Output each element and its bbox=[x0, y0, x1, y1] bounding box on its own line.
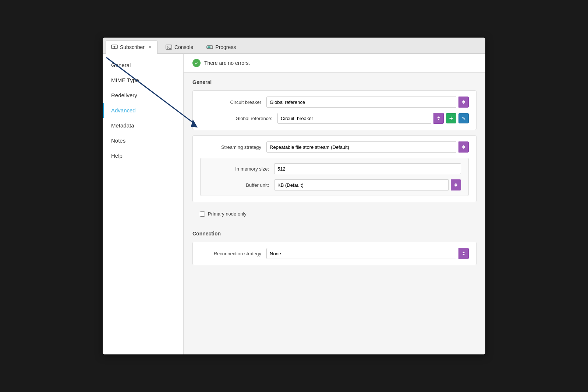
arrow-down-icon bbox=[462, 102, 465, 104]
sidebar-item-metadata[interactable]: Metadata bbox=[103, 118, 183, 133]
connection-section-title: Connection bbox=[192, 231, 477, 237]
reconnection-strategy-select-wrap: None Standard reconnection Forever recon… bbox=[266, 248, 456, 259]
buffer-unit-arrow-btn[interactable] bbox=[451, 179, 461, 190]
in-memory-size-control bbox=[274, 163, 461, 174]
main-layout: General MIME Type Redelivery Advanced Me… bbox=[103, 54, 485, 354]
reconnection-strategy-row: Reconnection strategy None Standard reco… bbox=[200, 248, 469, 259]
sidebar-item-general[interactable]: General bbox=[103, 57, 183, 73]
tab-progress[interactable]: Progress bbox=[201, 41, 241, 54]
console-icon bbox=[166, 45, 172, 50]
tab-close-button[interactable]: ✕ bbox=[148, 45, 152, 50]
general-form-area: Circuit breaker Global reference None bbox=[192, 90, 477, 130]
streaming-strategy-arrow-btn[interactable] bbox=[458, 141, 469, 153]
circuit-breaker-arrow-btn[interactable] bbox=[458, 97, 469, 108]
tab-console[interactable]: Console bbox=[160, 41, 198, 54]
streaming-strategy-select-wrap: Repeatable file store stream (Default) N… bbox=[266, 141, 456, 153]
general-section-title: General bbox=[192, 79, 477, 85]
arrow-up-icon bbox=[437, 116, 440, 118]
streaming-sub-section: In memory size: Buffer unit: KB (Default… bbox=[200, 158, 469, 196]
circuit-breaker-control: Global reference None bbox=[266, 97, 469, 108]
buffer-unit-select-wrap: KB (Default) MB GB Byte bbox=[274, 179, 449, 190]
connection-form-area: Reconnection strategy None Standard reco… bbox=[192, 242, 477, 265]
global-reference-select-wrap: Circuit_breaker bbox=[277, 113, 431, 124]
arrow-down-icon bbox=[462, 254, 465, 255]
success-icon: ✓ bbox=[192, 59, 201, 67]
edit-button[interactable]: ✎ bbox=[458, 113, 469, 123]
primary-node-label: Primary node only bbox=[208, 211, 247, 217]
general-section: General Circuit breaker Global reference… bbox=[184, 73, 485, 224]
tab-subscriber-label: Subscriber bbox=[120, 44, 145, 50]
circuit-breaker-row: Circuit breaker Global reference None bbox=[200, 97, 469, 108]
sidebar: General MIME Type Redelivery Advanced Me… bbox=[103, 54, 184, 354]
sidebar-item-notes[interactable]: Notes bbox=[103, 133, 183, 148]
status-banner: ✓ There are no errors. bbox=[184, 54, 485, 73]
buffer-unit-row: Buffer unit: KB (Default) MB GB Byte bbox=[208, 179, 461, 190]
streaming-strategy-control: Repeatable file store stream (Default) N… bbox=[266, 141, 469, 153]
subscriber-icon bbox=[111, 45, 118, 50]
sidebar-item-mime-type[interactable]: MIME Type bbox=[103, 73, 183, 88]
streaming-strategy-select[interactable]: Repeatable file store stream (Default) N… bbox=[266, 141, 456, 153]
status-message: There are no errors. bbox=[204, 60, 250, 66]
reconnection-strategy-arrow-btn[interactable] bbox=[458, 248, 469, 259]
sidebar-item-redelivery[interactable]: Redelivery bbox=[103, 88, 183, 103]
primary-node-checkbox[interactable] bbox=[200, 211, 205, 217]
reconnection-strategy-control: None Standard reconnection Forever recon… bbox=[266, 248, 469, 259]
tab-subscriber[interactable]: Subscriber ✕ bbox=[106, 41, 157, 54]
sidebar-item-advanced[interactable]: Advanced bbox=[103, 103, 183, 118]
streaming-strategy-row: Streaming strategy Repeatable file store… bbox=[200, 141, 469, 153]
buffer-unit-control: KB (Default) MB GB Byte bbox=[274, 179, 461, 190]
buffer-unit-label: Buffer unit: bbox=[208, 182, 274, 188]
global-reference-arrow-btn[interactable] bbox=[433, 113, 444, 124]
arrow-up-icon bbox=[454, 183, 457, 185]
global-reference-select[interactable]: Circuit_breaker bbox=[277, 113, 431, 124]
svg-rect-6 bbox=[208, 46, 210, 48]
global-reference-label: Global reference: bbox=[211, 116, 277, 121]
tab-bar: Subscriber ✕ Console Progress bbox=[103, 38, 485, 54]
main-window: Subscriber ✕ Console Progress General bbox=[103, 38, 485, 354]
tab-console-label: Console bbox=[174, 44, 193, 50]
buffer-unit-select[interactable]: KB (Default) MB GB Byte bbox=[274, 179, 449, 190]
progress-icon bbox=[206, 45, 213, 50]
global-reference-row: Global reference: Circuit_breaker bbox=[200, 113, 469, 124]
reconnection-strategy-select[interactable]: None Standard reconnection Forever recon… bbox=[266, 248, 456, 259]
in-memory-size-label: In memory size: bbox=[208, 166, 274, 172]
tab-progress-label: Progress bbox=[215, 44, 236, 50]
svg-point-3 bbox=[114, 46, 116, 48]
sidebar-item-help[interactable]: Help bbox=[103, 148, 183, 163]
primary-node-row: Primary node only bbox=[192, 207, 477, 220]
circuit-breaker-label: Circuit breaker bbox=[200, 99, 266, 105]
arrow-up-icon bbox=[462, 252, 465, 253]
connection-section: Connection Reconnection strategy None St… bbox=[184, 224, 485, 274]
arrow-up-icon bbox=[462, 145, 465, 147]
streaming-strategy-label: Streaming strategy bbox=[200, 144, 266, 150]
circuit-breaker-select[interactable]: Global reference None bbox=[266, 97, 456, 108]
reconnection-strategy-label: Reconnection strategy bbox=[200, 251, 266, 256]
content-area: ✓ There are no errors. General Circuit b… bbox=[184, 54, 485, 354]
arrow-down-icon bbox=[462, 147, 465, 149]
arrow-down-icon bbox=[454, 185, 457, 187]
streaming-form-area: Streaming strategy Repeatable file store… bbox=[192, 135, 477, 202]
in-memory-size-row: In memory size: bbox=[208, 163, 461, 174]
arrow-up-icon bbox=[462, 100, 465, 102]
global-reference-control: Circuit_breaker + ✎ bbox=[277, 113, 469, 124]
in-memory-size-input[interactable] bbox=[274, 163, 461, 174]
circuit-breaker-select-wrap: Global reference None bbox=[266, 97, 456, 108]
add-button[interactable]: + bbox=[446, 113, 456, 123]
arrow-down-icon bbox=[437, 119, 440, 120]
